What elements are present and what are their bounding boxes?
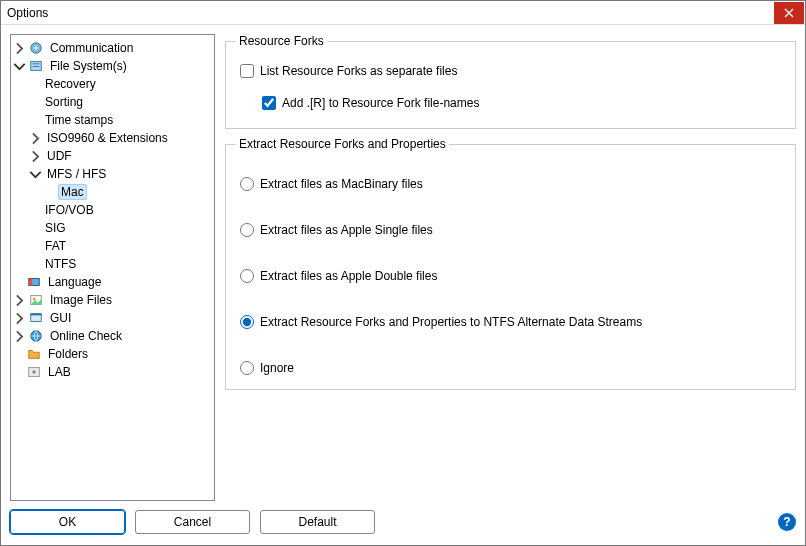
chevron-right-icon[interactable] (13, 294, 26, 307)
tree-item-mfs[interactable]: MFS / HFS (13, 165, 212, 183)
radio-ignore-row[interactable]: Ignore (240, 359, 785, 377)
communication-icon (28, 40, 44, 56)
tree-item-recovery[interactable]: Recovery (13, 75, 212, 93)
radio-appledouble[interactable] (240, 269, 254, 283)
image-icon (28, 292, 44, 308)
tree-item-iso[interactable]: ISO9960 & Extensions (13, 129, 212, 147)
svg-rect-5 (29, 279, 33, 286)
folder-icon (26, 346, 42, 362)
radio-appledouble-row[interactable]: Extract files as Apple Double files (240, 267, 785, 285)
chevron-right-icon[interactable] (13, 42, 26, 55)
tree-item-sig[interactable]: SIG (13, 219, 212, 237)
svg-point-12 (32, 370, 36, 374)
chevron-right-icon[interactable] (13, 330, 26, 343)
chevron-right-icon[interactable] (29, 150, 42, 163)
tree-item-communication[interactable]: Communication (13, 39, 212, 57)
add-r-label: Add .[R] to Resource Fork file-names (282, 96, 479, 110)
radio-ignore[interactable] (240, 361, 254, 375)
list-separate-checkbox-row[interactable]: List Resource Forks as separate files (240, 62, 785, 80)
radio-macbinary-row[interactable]: Extract files as MacBinary files (240, 175, 785, 193)
tree-item-mac[interactable]: Mac (13, 183, 212, 201)
tree-item-udf[interactable]: UDF (13, 147, 212, 165)
globe-icon (28, 328, 44, 344)
tree-item-fat[interactable]: FAT (13, 237, 212, 255)
chevron-down-icon[interactable] (13, 60, 26, 73)
tree-item-folders[interactable]: Folders (13, 345, 212, 363)
window-title: Options (7, 6, 774, 20)
svg-rect-2 (33, 63, 40, 64)
tree-item-language[interactable]: Language (13, 273, 212, 291)
add-r-checkbox[interactable] (262, 96, 276, 110)
chevron-right-icon[interactable] (29, 132, 42, 145)
close-button[interactable] (774, 2, 804, 24)
svg-rect-3 (33, 66, 40, 67)
tree-item-lab[interactable]: LAB (13, 363, 212, 381)
filesystem-icon (28, 58, 44, 74)
radio-macbinary[interactable] (240, 177, 254, 191)
titlebar: Options (1, 1, 805, 25)
language-icon (26, 274, 42, 290)
lab-icon (26, 364, 42, 380)
ok-button[interactable]: OK (10, 510, 125, 534)
list-separate-label: List Resource Forks as separate files (260, 64, 457, 78)
extract-legend: Extract Resource Forks and Properties (236, 137, 449, 151)
radio-ntfs-ads-row[interactable]: Extract Resource Forks and Properties to… (240, 313, 785, 331)
gui-icon (28, 310, 44, 326)
svg-rect-9 (31, 314, 42, 316)
tree-item-imagefiles[interactable]: Image Files (13, 291, 212, 309)
footer: OK Cancel Default ? (1, 505, 805, 545)
tree-item-ntfs[interactable]: NTFS (13, 255, 212, 273)
tree-item-gui[interactable]: GUI (13, 309, 212, 327)
cancel-button[interactable]: Cancel (135, 510, 250, 534)
tree-item-timestamps[interactable]: Time stamps (13, 111, 212, 129)
resource-forks-group: Resource Forks List Resource Forks as se… (225, 34, 796, 129)
radio-applesingle[interactable] (240, 223, 254, 237)
close-icon (784, 8, 794, 18)
radio-ntfs-ads[interactable] (240, 315, 254, 329)
tree-item-sorting[interactable]: Sorting (13, 93, 212, 111)
extract-group: Extract Resource Forks and Properties Ex… (225, 137, 796, 390)
tree-item-onlinecheck[interactable]: Online Check (13, 327, 212, 345)
default-button[interactable]: Default (260, 510, 375, 534)
tree-panel: Communication File System(s) Rec (10, 34, 215, 501)
radio-applesingle-row[interactable]: Extract files as Apple Single files (240, 221, 785, 239)
list-separate-checkbox[interactable] (240, 64, 254, 78)
add-r-checkbox-row[interactable]: Add .[R] to Resource Fork file-names (262, 94, 785, 112)
resource-forks-legend: Resource Forks (236, 34, 327, 48)
chevron-right-icon[interactable] (13, 312, 26, 325)
settings-panel: Resource Forks List Resource Forks as se… (225, 34, 796, 501)
chevron-down-icon[interactable] (29, 168, 42, 181)
help-icon[interactable]: ? (778, 513, 796, 531)
tree-item-filesystems[interactable]: File System(s) (13, 57, 212, 75)
tree-item-ifovob[interactable]: IFO/VOB (13, 201, 212, 219)
